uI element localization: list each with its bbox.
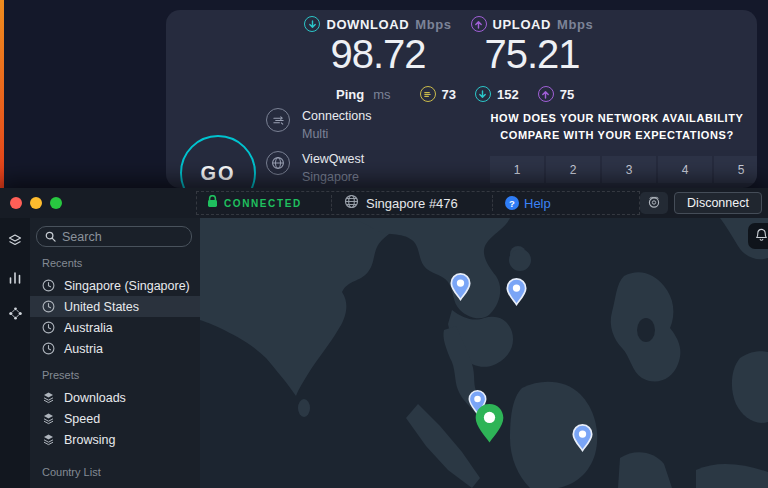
map-pin-green-connected[interactable] (474, 403, 505, 448)
clock-icon (42, 279, 55, 292)
search-input[interactable] (62, 230, 183, 244)
camera-icon (647, 195, 661, 212)
ping-download-icon (475, 86, 491, 102)
layers-nav-icon[interactable] (6, 232, 24, 250)
vpn-body: Recents Singapore (Singapore) United Sta… (0, 218, 768, 488)
recent-item-australia[interactable]: Australia (30, 317, 200, 338)
download-value: 98.72 (293, 32, 463, 76)
upload-label: UPLOAD (493, 17, 552, 32)
clock-icon (42, 321, 55, 334)
minimize-window-button[interactable] (30, 197, 42, 209)
connections-info: Connections Multi (266, 108, 372, 141)
upload-metric: UPLOAD Mbps 75.21 (447, 16, 617, 76)
survey-block: HOW DOES YOUR NETWORK AVAILABILITY COMPA… (466, 110, 757, 183)
go-button[interactable]: GO (180, 135, 256, 188)
zoom-window-button[interactable] (50, 197, 62, 209)
ping-download-value: 152 (497, 87, 519, 102)
traffic-lights (10, 197, 62, 209)
search-icon (45, 228, 56, 246)
vpn-titlebar: CONNECTED Singapore #476 ? Help (0, 188, 768, 218)
stats-nav-icon[interactable] (6, 268, 24, 286)
server-name: Singapore #476 (366, 196, 458, 211)
connections-icon (266, 108, 290, 132)
survey-question: HOW DOES YOUR NETWORK AVAILABILITY COMPA… (466, 110, 757, 144)
close-window-button[interactable] (10, 197, 22, 209)
disconnect-button[interactable]: Disconnect (674, 192, 762, 214)
preset-item-browsing[interactable]: Browsing (30, 429, 200, 450)
rating-button-4[interactable]: 4 (658, 156, 712, 183)
rating-button-3[interactable]: 3 (602, 156, 656, 183)
server-globe-icon (344, 194, 359, 212)
titlebar-status-group: CONNECTED Singapore #476 ? Help (196, 191, 640, 215)
speedtest-window: DOWNLOAD Mbps 98.72 UPLOAD Mbps 75.21 Pi… (0, 0, 768, 188)
ping-idle-icon (420, 86, 436, 102)
download-arrow-icon (304, 16, 320, 32)
ping-unit: ms (373, 87, 390, 102)
download-label: DOWNLOAD (326, 17, 409, 32)
preset-item-label: Speed (64, 412, 100, 426)
camera-button[interactable] (640, 192, 668, 214)
connections-label: Connections (302, 108, 372, 123)
ping-row: Ping ms 73 152 (336, 86, 574, 102)
help-label: Help (524, 196, 551, 211)
recent-item-label: United States (64, 300, 139, 314)
ping-upload-icon (538, 86, 554, 102)
recent-item-label: Australia (64, 321, 113, 335)
rating-button-5[interactable]: 5 (714, 156, 757, 183)
provider-info: ViewQwest Singapore (266, 151, 364, 184)
upload-arrow-icon (471, 16, 487, 32)
speedtest-accent-strip (0, 0, 4, 188)
notifications-button[interactable] (748, 223, 768, 249)
help-question-icon: ? (505, 196, 519, 210)
world-map[interactable] (200, 218, 768, 488)
clock-icon (42, 300, 55, 313)
upload-value: 75.21 (447, 32, 617, 76)
help-button[interactable]: ? Help (493, 196, 563, 211)
recent-item-singapore[interactable]: Singapore (Singapore) (30, 275, 200, 296)
rating-button-2[interactable]: 2 (546, 156, 600, 183)
preset-layers-icon (42, 433, 55, 446)
current-server[interactable]: Singapore #476 (332, 194, 492, 212)
map-pin-blue[interactable] (450, 273, 471, 305)
presets-section-label: Presets (42, 369, 200, 381)
connection-status: CONNECTED (197, 194, 331, 212)
preset-item-downloads[interactable]: Downloads (30, 387, 200, 408)
connection-status-label: CONNECTED (224, 198, 302, 209)
globe-icon (266, 151, 290, 175)
recent-item-label: Austria (64, 342, 103, 356)
recents-section-label: Recents (42, 257, 200, 269)
recent-item-austria[interactable]: Austria (30, 338, 200, 359)
survey-ratings: 1 2 3 4 5 (490, 156, 757, 183)
map-pin-blue[interactable] (506, 278, 527, 310)
server-sidebar: Recents Singapore (Singapore) United Sta… (30, 218, 200, 488)
screen: DOWNLOAD Mbps 98.72 UPLOAD Mbps 75.21 Pi… (0, 0, 768, 488)
clock-icon (42, 342, 55, 355)
provider-location[interactable]: Singapore (302, 170, 364, 184)
download-metric: DOWNLOAD Mbps 98.72 (293, 16, 463, 76)
bell-icon (755, 228, 768, 245)
provider-name: ViewQwest (302, 151, 364, 166)
vpn-window: CONNECTED Singapore #476 ? Help (0, 188, 768, 488)
recent-item-label: Singapore (Singapore) (64, 279, 190, 293)
recent-item-united-states[interactable]: United States (30, 296, 200, 317)
ping-idle-value: 73 (442, 87, 456, 102)
upload-unit: Mbps (557, 17, 593, 32)
country-list-section-label: Country List (42, 466, 200, 478)
search-box[interactable] (36, 226, 192, 247)
map-pin-blue[interactable] (572, 424, 593, 456)
preset-layers-icon (42, 391, 55, 404)
ping-label: Ping (336, 87, 364, 102)
lock-icon (207, 194, 218, 212)
rating-button-1[interactable]: 1 (490, 156, 544, 183)
preset-item-label: Downloads (64, 391, 126, 405)
ping-upload-value: 75 (560, 87, 574, 102)
preset-item-label: Browsing (64, 433, 115, 447)
connections-value[interactable]: Multi (302, 127, 372, 141)
preset-item-speed[interactable]: Speed (30, 408, 200, 429)
nav-rail (0, 218, 30, 488)
preset-layers-icon (42, 412, 55, 425)
network-nav-icon[interactable] (6, 304, 24, 322)
speedtest-panel: DOWNLOAD Mbps 98.72 UPLOAD Mbps 75.21 Pi… (166, 10, 757, 188)
